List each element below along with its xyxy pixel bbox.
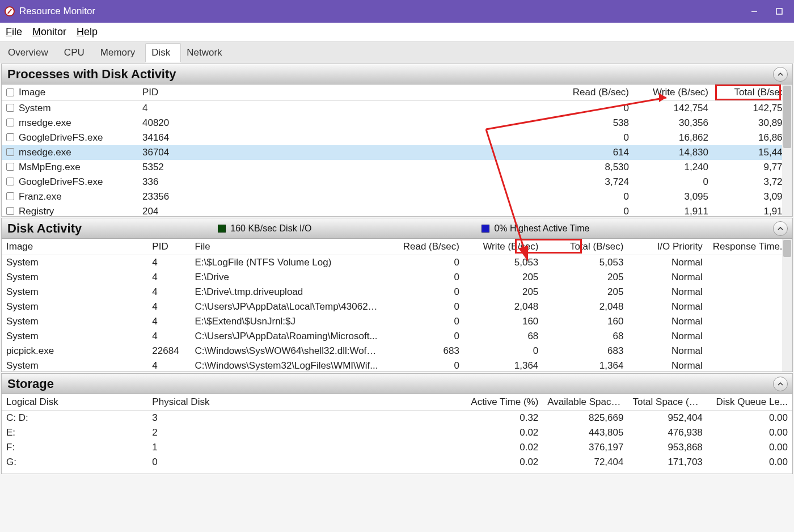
section-disk-activity: Disk Activity 160 KB/sec Disk I/O 0% Hig… xyxy=(1,218,793,372)
collapse-button[interactable] xyxy=(773,221,788,236)
menu-bar: File Monitor Help xyxy=(0,23,794,42)
col-priority[interactable]: I/O Priority xyxy=(628,239,707,255)
activity-table[interactable]: Image PID File Read (B/sec) Write (B/sec… xyxy=(2,239,792,371)
table-row[interactable]: MsMpEng.exe53528,5301,2409,770 xyxy=(2,160,792,175)
section-header-storage[interactable]: Storage xyxy=(2,374,792,394)
storage-table[interactable]: Logical Disk Physical Disk Active Time (… xyxy=(2,394,792,470)
checkbox-all[interactable] xyxy=(6,88,14,96)
table-row[interactable]: msedge.exe3670461414,83015,444 xyxy=(2,145,792,160)
table-row[interactable]: Franz.exe2335603,0953,095 xyxy=(2,189,792,204)
table-row[interactable]: System4E:\Drive0205205Normal2 xyxy=(2,270,792,285)
col-total[interactable]: Total Space (MB) xyxy=(628,394,707,411)
col-file[interactable]: File xyxy=(190,239,385,255)
table-row[interactable]: C: D:30.32825,669952,4040.00 xyxy=(2,411,792,425)
table-row[interactable]: picpick.exe22684C:\Windows\SysWOW64\shel… xyxy=(2,344,792,358)
table-row[interactable]: G:00.0272,404171,7030.00 xyxy=(2,455,792,470)
section-storage: Storage Logical Disk Physical Disk Activ… xyxy=(1,373,793,474)
title-bar: Resource Monitor xyxy=(0,0,794,23)
collapse-button[interactable] xyxy=(773,67,788,82)
col-avail[interactable]: Available Space... xyxy=(543,394,628,411)
section-processes: Processes with Disk Activity Image PID R… xyxy=(1,64,793,217)
tab-memory[interactable]: Memory xyxy=(95,44,145,62)
col-physical[interactable]: Physical Disk xyxy=(147,394,464,411)
col-read[interactable]: Read (B/sec) xyxy=(554,85,633,101)
col-total[interactable]: Total (B/sec) xyxy=(713,85,792,101)
activity-io-icon xyxy=(218,225,226,233)
row-checkbox[interactable] xyxy=(6,133,14,141)
col-pid[interactable]: PID xyxy=(147,239,190,255)
col-write[interactable]: Write (B/sec) xyxy=(633,85,713,101)
tab-overview[interactable]: Overview xyxy=(2,44,58,62)
section-title: Disk Activity xyxy=(7,221,82,236)
processes-table[interactable]: Image PID Read (B/sec) Write (B/sec) Tot… xyxy=(2,85,792,216)
collapse-button[interactable] xyxy=(773,377,788,391)
section-title: Processes with Disk Activity xyxy=(7,67,176,82)
table-row[interactable]: System4C:\Users\JP\AppData\Roaming\Micro… xyxy=(2,329,792,344)
table-row[interactable]: System40142,754142,754 xyxy=(2,101,792,116)
tab-cpu[interactable]: CPU xyxy=(58,44,95,62)
row-checkbox[interactable] xyxy=(6,163,14,171)
table-row[interactable]: System4E:\$Extend\$UsnJrnl:$J0160160Norm… xyxy=(2,314,792,329)
menu-monitor[interactable]: Monitor xyxy=(32,26,66,38)
section-header-activity[interactable]: Disk Activity 160 KB/sec Disk I/O 0% Hig… xyxy=(2,218,792,239)
col-write[interactable]: Write (B/sec) xyxy=(464,239,543,255)
col-queue[interactable]: Disk Queue Le... xyxy=(707,394,792,411)
col-pid[interactable]: PID xyxy=(138,85,183,101)
row-checkbox[interactable] xyxy=(6,119,14,126)
table-row[interactable]: GoogleDriveFS.exe34164016,86216,862 xyxy=(2,130,792,145)
tab-disk[interactable]: Disk xyxy=(145,43,181,62)
activity-time-icon xyxy=(482,225,489,233)
stat-io: 160 KB/sec Disk I/O xyxy=(230,223,311,234)
svg-rect-1 xyxy=(776,9,782,14)
table-row[interactable]: Registry20401,9111,911 xyxy=(2,204,792,217)
table-row[interactable]: System4E:\$LogFile (NTFS Volume Log)05,0… xyxy=(2,255,792,270)
stat-active: 0% Highest Active Time xyxy=(494,223,589,234)
table-row[interactable]: F:10.02376,197953,8680.00 xyxy=(2,440,792,455)
table-row[interactable]: GoogleDriveFS.exe3363,72403,724 xyxy=(2,175,792,189)
col-active[interactable]: Active Time (%) xyxy=(464,394,543,411)
maximize-button[interactable] xyxy=(774,6,785,17)
col-read[interactable]: Read (B/sec) xyxy=(385,239,464,255)
row-checkbox[interactable] xyxy=(6,104,14,112)
row-checkbox[interactable] xyxy=(6,148,14,156)
col-logical[interactable]: Logical Disk xyxy=(2,394,147,411)
col-image[interactable]: Image xyxy=(2,85,138,101)
tab-bar: Overview CPU Memory Disk Network xyxy=(0,42,794,62)
row-checkbox[interactable] xyxy=(6,207,14,215)
section-header-processes[interactable]: Processes with Disk Activity xyxy=(2,64,792,85)
app-icon xyxy=(5,6,15,16)
table-row[interactable]: System4C:\Users\JP\AppData\Local\Temp\43… xyxy=(2,299,792,314)
row-checkbox[interactable] xyxy=(6,192,14,200)
menu-help[interactable]: Help xyxy=(77,26,98,38)
section-title: Storage xyxy=(7,377,54,391)
menu-file[interactable]: File xyxy=(6,26,22,38)
table-row[interactable]: msedge.exe4082053830,35630,894 xyxy=(2,116,792,130)
col-response[interactable]: Response Time... xyxy=(707,239,792,255)
row-checkbox[interactable] xyxy=(6,178,14,185)
col-image[interactable]: Image xyxy=(2,239,147,255)
table-row[interactable]: E:20.02443,805476,9380.00 xyxy=(2,425,792,440)
scrollbar[interactable] xyxy=(782,239,792,371)
tab-network[interactable]: Network xyxy=(181,44,232,62)
window-title: Resource Monitor xyxy=(19,6,95,17)
table-row[interactable]: System4C:\Windows\System32\LogFiles\WMI\… xyxy=(2,358,792,372)
scrollbar[interactable] xyxy=(782,85,792,216)
minimize-button[interactable] xyxy=(749,6,760,17)
col-total[interactable]: Total (B/sec) xyxy=(543,239,628,255)
table-row[interactable]: System4E:\Drive\.tmp.driveupload0205205N… xyxy=(2,285,792,299)
